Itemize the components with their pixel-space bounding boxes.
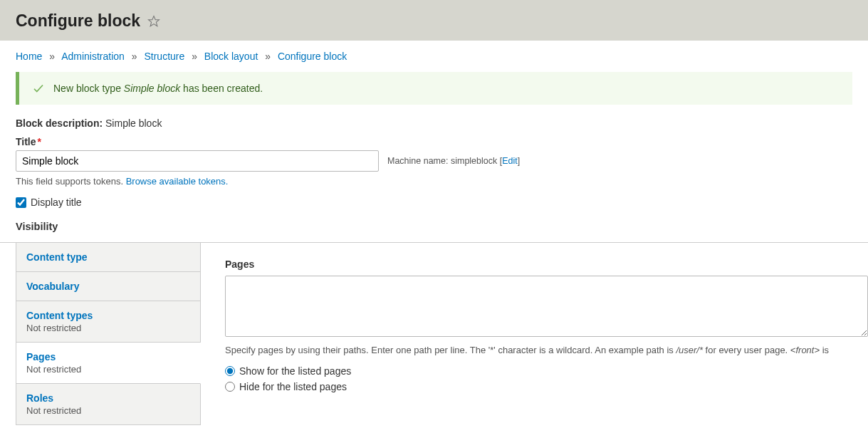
tab-content-type[interactable]: Content type — [16, 243, 200, 272]
radio-show-listed-label[interactable]: Show for the listed pages — [239, 365, 351, 377]
radio-show-listed-input[interactable] — [225, 366, 235, 376]
radio-hide-listed-label[interactable]: Hide for the listed pages — [239, 381, 347, 392]
title-description: This field supports tokens. Browse avail… — [16, 176, 852, 187]
machine-name-edit-link[interactable]: Edit — [502, 156, 518, 166]
status-message: New block type Simple block has been cre… — [16, 72, 852, 105]
required-mark: * — [38, 136, 41, 147]
display-title-checkbox[interactable] — [16, 197, 26, 208]
status-message-text: New block type Simple block has been cre… — [53, 83, 263, 94]
breadcrumb-link[interactable]: Administration — [61, 51, 125, 62]
pages-label: Pages — [225, 259, 868, 270]
radio-show-listed: Show for the listed pages — [225, 365, 868, 377]
breadcrumb-link[interactable]: Block layout — [204, 51, 258, 62]
browse-tokens-link[interactable]: Browse available tokens. — [126, 176, 229, 187]
breadcrumb-link[interactable]: Structure — [144, 51, 184, 62]
tab-roles[interactable]: Roles Not restricted — [16, 384, 200, 424]
display-title-row: Display title — [16, 197, 852, 208]
breadcrumb: Home » Administration » Structure » Bloc… — [16, 41, 852, 72]
vertical-tabs: Content type Vocabulary Content types No… — [16, 243, 201, 425]
radio-hide-listed: Hide for the listed pages — [225, 381, 868, 392]
title-input[interactable] — [16, 150, 379, 172]
pages-description: Specify pages by using their paths. Ente… — [225, 345, 868, 355]
star-icon[interactable] — [147, 15, 160, 28]
title-label: Title* — [16, 136, 41, 147]
breadcrumb-link[interactable]: Configure block — [278, 51, 347, 62]
page-title: Configure block — [16, 11, 140, 31]
tab-content-types[interactable]: Content types Not restricted — [16, 301, 200, 343]
tab-pages[interactable]: Pages Not restricted — [16, 343, 201, 384]
display-title-label[interactable]: Display title — [31, 197, 82, 208]
pages-tab-pane: Pages Specify pages by using their paths… — [201, 243, 868, 425]
svg-marker-0 — [149, 16, 160, 26]
visibility-heading: Visibility — [16, 221, 852, 232]
machine-name: Machine name: simpleblock [Edit] — [387, 156, 520, 166]
title-form-item: Title* Machine name: simpleblock [Edit] … — [16, 136, 852, 187]
block-description: Block description: Simple block — [16, 118, 852, 129]
visibility-container: Content type Vocabulary Content types No… — [0, 242, 868, 425]
header-bar: Configure block — [0, 0, 868, 41]
radio-hide-listed-input[interactable] — [225, 382, 235, 392]
pages-textarea[interactable] — [225, 276, 868, 337]
tab-vocabulary[interactable]: Vocabulary — [16, 272, 200, 301]
check-icon — [32, 82, 45, 95]
breadcrumb-link[interactable]: Home — [16, 51, 42, 62]
